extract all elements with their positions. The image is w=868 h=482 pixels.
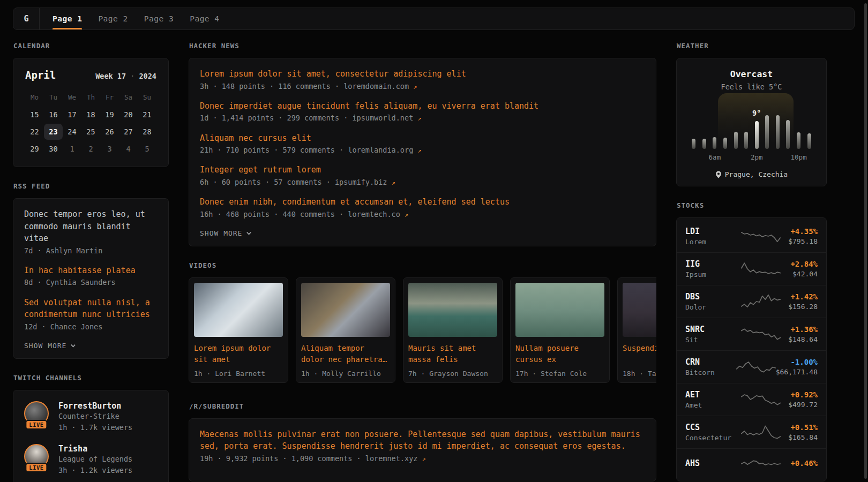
calendar-day[interactable]: 3 [100,141,119,157]
video-card[interactable]: Nullam posuere cursus ex 17h · Stefan Co… [510,277,610,383]
calendar-day[interactable]: 25 [81,124,100,140]
calendar-day[interactable]: 27 [119,124,138,140]
video-thumbnail[interactable] [408,283,497,337]
stock-price: $156.28 [781,303,818,311]
rss-item-meta: 7d · Ashlyn Martin [24,245,158,256]
video-thumbnail[interactable] [194,283,283,337]
calendar-day[interactable]: 26 [100,124,119,140]
channel-category[interactable]: League of Legends [58,454,132,465]
left-column: CALENDAR April Week 17 · 2024 MoTuWeThFr… [13,42,169,482]
stock-row[interactable]: AETAmet +0.92%$499.72 [677,383,826,416]
stock-sparkline [741,228,781,245]
calendar-day-selected[interactable]: 23 [44,124,63,140]
calendar-day[interactable]: 19 [100,107,119,123]
external-link-icon[interactable]: ↗ [413,83,417,91]
time-label: 2pm [751,153,763,161]
tab-page-3[interactable]: Page 3 [144,8,174,29]
calendar-day[interactable]: 21 [138,107,156,123]
video-title[interactable]: Suspendisse diam [623,343,656,366]
calendar-day[interactable]: 4 [119,141,138,157]
channel-name[interactable]: Trisha [58,444,132,454]
stock-row[interactable]: CRNBitcorn -1.00%$66,171.48 [677,350,826,383]
calendar-day[interactable]: 17 [63,107,81,123]
calendar-day[interactable]: 24 [63,124,81,140]
show-more-label: SHOW MORE [24,342,66,350]
calendar-day[interactable]: 29 [25,141,44,157]
video-card[interactable]: Suspendisse diam 18h · Tara [617,277,656,383]
stock-row[interactable]: DBSDolor +1.42%$156.28 [677,285,826,318]
calendar-day[interactable]: 22 [25,124,44,140]
stock-sparkline [741,293,781,310]
calendar-day[interactable]: 30 [44,141,63,157]
rss-item-meta: 12d · Chance Jones [24,321,158,332]
scrollbar-thumb[interactable] [864,3,867,479]
rss-section-title: RSS FEED [13,182,169,190]
scrollbar[interactable] [864,0,867,482]
external-link-icon[interactable]: ↗ [405,211,408,219]
video-thumbnail[interactable] [515,283,604,337]
channel-name[interactable]: ForrestBurton [58,401,132,411]
hn-item-title[interactable]: Donec imperdiet augue tincidunt felis al… [200,100,645,112]
calendar-widget: April Week 17 · 2024 MoTuWeThFrSaSu15161… [13,58,169,167]
external-link-icon[interactable]: ↗ [417,147,421,154]
stock-row[interactable]: CCSConsectetur +0.51%$165.84 [677,416,826,448]
video-card[interactable]: Aliquam tempor dolor nec pharetra… 1h · … [296,277,395,383]
calendar-dow-label: Mo [25,89,44,106]
external-link-icon[interactable]: ↗ [392,179,395,186]
hn-item-title[interactable]: Aliquam nec cursus elit [200,132,645,145]
video-card[interactable]: Mauris sit amet massa felis 7h · Grayson… [403,277,503,383]
hn-item-title[interactable]: Lorem ipsum dolor sit amet, consectetur … [200,68,645,80]
calendar-day[interactable]: 18 [81,107,100,123]
tab-page-4[interactable]: Page 4 [190,8,219,29]
calendar-day[interactable]: 16 [44,107,63,123]
rss-item-title[interactable]: Donec tempor eros leo, ut commodo mauris… [24,208,158,245]
stock-row[interactable]: LDILorem +4.35%$795.18 [677,220,826,252]
tab-page-2[interactable]: Page 2 [98,8,128,29]
video-thumbnail[interactable] [301,283,390,337]
video-title[interactable]: Aliquam tempor dolor nec pharetra… [301,343,390,366]
hn-item-title[interactable]: Integer eget rutrum lorem [200,164,645,176]
external-link-icon[interactable]: ↗ [417,115,421,122]
current-temp-label: 9° [752,109,761,117]
twitch-channel[interactable]: LIVE Trisha League of Legends 3h · 1.2k … [24,444,158,476]
tab-page-1[interactable]: Page 1 [53,8,82,29]
calendar-dow-label: We [63,89,81,106]
calendar-day[interactable]: 1 [63,141,81,157]
live-badge: LIVE [25,463,47,472]
video-title[interactable]: Mauris sit amet massa felis [408,343,497,366]
stock-sparkline [736,358,776,375]
calendar-day[interactable]: 20 [119,107,138,123]
stock-ticker: DBS [685,292,741,302]
twitch-channel[interactable]: LIVE ForrestBurton Counter-Strike 1h · 1… [24,401,158,433]
weather-bar [692,139,695,149]
section-videos: VIDEOS Lorem ipsum dolor sit amet consec… [189,261,656,383]
calendar-day[interactable]: 2 [81,141,100,157]
calendar-day[interactable]: 28 [138,124,156,140]
calendar-day[interactable]: 15 [25,107,44,123]
channel-category[interactable]: Counter-Strike [58,411,132,422]
weather-location[interactable]: Prague, Czechia [685,170,818,178]
external-link-icon[interactable]: ↗ [422,455,426,463]
stock-name: Bitcorn [685,368,736,376]
calendar-day[interactable]: 5 [138,141,156,157]
rss-item-title[interactable]: Sed volutpat nulla nisl, a condimentum n… [24,297,158,321]
stock-row[interactable]: IIGIpsum +2.84%$42.04 [677,252,826,285]
chevron-down-icon [246,230,252,236]
stock-ticker: AET [685,390,741,400]
video-thumbnail[interactable] [623,283,656,337]
separator-dot: · [130,72,134,80]
video-card[interactable]: Lorem ipsum dolor sit amet consectetu… 1… [189,277,288,383]
section-twitch: TWITCH CHANNELS LIVE ForrestBurton Count… [13,374,169,482]
reddit-post-title[interactable]: Maecenas mollis pulvinar erat non posuer… [200,428,645,453]
app-logo[interactable]: G [13,8,40,29]
hn-item-title[interactable]: Donec enim nibh, condimentum et accumsan… [200,196,645,208]
video-title[interactable]: Lorem ipsum dolor sit amet consectetu… [194,343,283,366]
hn-show-more-button[interactable]: SHOW MORE [200,229,645,237]
rss-item-title[interactable]: In hac habitasse platea [24,265,158,277]
stock-ticker: LDI [685,227,741,236]
hn-item: Donec enim nibh, condimentum et accumsan… [200,196,645,220]
stock-row[interactable]: AHS +0.46% [677,448,826,479]
rss-show-more-button[interactable]: SHOW MORE [24,342,158,350]
stock-row[interactable]: SNRCSit +1.36%$148.64 [677,318,826,350]
video-title[interactable]: Nullam posuere cursus ex [515,343,604,366]
